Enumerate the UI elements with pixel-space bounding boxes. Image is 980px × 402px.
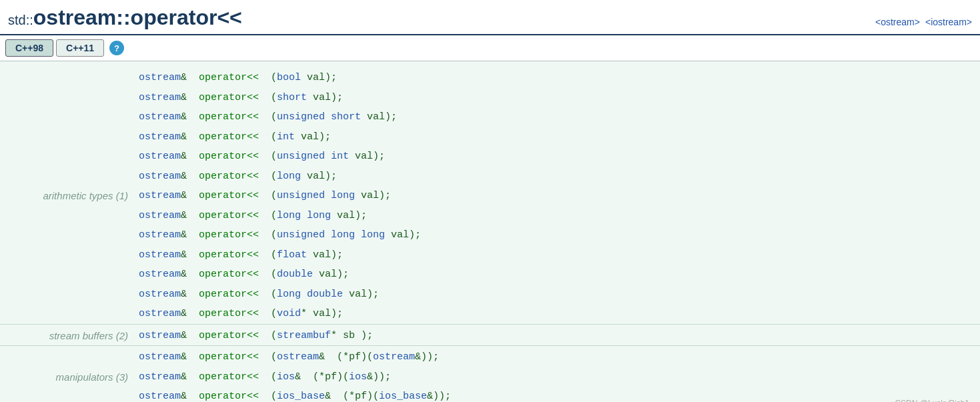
code-cell: ostream& operator<< (unsigned long long …: [133, 225, 980, 245]
header-links: <ostream> <iostream>: [875, 17, 972, 30]
code-cell: ostream& operator<< (long val);: [133, 167, 980, 187]
code-cell: ostream& operator<< (short val);: [133, 88, 980, 108]
code-cell: ostream& operator<< (double val);: [133, 265, 980, 285]
title-main: ostream::operator<<: [33, 5, 242, 29]
page-title: std::ostream::operator<<: [8, 5, 242, 30]
ostream-link[interactable]: <ostream>: [875, 17, 920, 27]
row-label: [0, 285, 133, 305]
code-cell: ostream& operator<< (void* val);: [133, 304, 980, 324]
row-label: [0, 346, 133, 367]
table-row: stream buffers (2) ostream& operator<< (…: [0, 324, 980, 346]
table-row: ostream& operator<< (long double val);: [0, 285, 980, 305]
code-table: ostream& operator<< (bool val); ostream&…: [0, 68, 980, 402]
table-row: ostream& operator<< (ios_base& (*pf)(ios…: [0, 387, 980, 402]
code-cell: ostream& operator<< (unsigned long val);: [133, 186, 980, 206]
row-label: [0, 68, 133, 88]
code-cell: ostream& operator<< (streambuf* sb );: [133, 324, 980, 346]
table-row: ostream& operator<< (float val);: [0, 245, 980, 265]
row-label: [0, 167, 133, 187]
row-label: [0, 147, 133, 167]
table-row: ostream& operator<< (unsigned long long …: [0, 225, 980, 245]
table-row: ostream& operator<< (double val);: [0, 265, 980, 285]
table-row: manipulators (3) ostream& operator<< (io…: [0, 367, 980, 387]
row-label: [0, 265, 133, 285]
code-cell: ostream& operator<< (long double val);: [133, 285, 980, 305]
code-cell: ostream& operator<< (ostream& (*pf)(ostr…: [133, 346, 980, 367]
row-label: [0, 225, 133, 245]
table-row: arithmetic types (1) ostream& operator<<…: [0, 186, 980, 206]
page-wrapper: std::ostream::operator<< <ostream> <iost…: [0, 0, 980, 402]
table-row: ostream& operator<< (unsigned int val);: [0, 147, 980, 167]
main-content: ostream& operator<< (bool val); ostream&…: [0, 61, 980, 402]
section-label-manipulators: manipulators (3): [0, 367, 133, 387]
row-label: [0, 107, 133, 127]
table-row: ostream& operator<< (ostream& (*pf)(ostr…: [0, 346, 980, 367]
table-row: ostream& operator<< (short val);: [0, 88, 980, 108]
title-prefix: std::: [8, 13, 33, 27]
table-row: ostream& operator<< (long val);: [0, 167, 980, 187]
code-cell: ostream& operator<< (bool val);: [133, 68, 980, 88]
code-cell: ostream& operator<< (float val);: [133, 245, 980, 265]
row-label: [0, 387, 133, 402]
section-label-arithmetic: arithmetic types (1): [0, 186, 133, 206]
tab-cpp98[interactable]: C++98: [5, 39, 53, 57]
row-label: [0, 304, 133, 324]
code-cell: ostream& operator<< (unsigned int val);: [133, 147, 980, 167]
section-label-streambuf: stream buffers (2): [0, 324, 133, 346]
row-label: [0, 88, 133, 108]
table-row: ostream& operator<< (unsigned short val)…: [0, 107, 980, 127]
tabs-bar: C++98 C++11 ?: [0, 35, 980, 61]
code-cell: ostream& operator<< (long long val);: [133, 206, 980, 226]
table-row: ostream& operator<< (long long val);: [0, 206, 980, 226]
table-row: ostream& operator<< (void* val);: [0, 304, 980, 324]
row-label: [0, 127, 133, 147]
code-cell: ostream& operator<< (ios& (*pf)(ios&));: [133, 367, 980, 387]
iostream-link[interactable]: <iostream>: [925, 17, 972, 27]
row-label: [0, 245, 133, 265]
code-cell: ostream& operator<< (ios_base& (*pf)(ios…: [133, 387, 980, 402]
help-icon[interactable]: ?: [109, 41, 124, 55]
header: std::ostream::operator<< <ostream> <iost…: [0, 0, 980, 35]
table-row: ostream& operator<< (bool val);: [0, 68, 980, 88]
code-cell: ostream& operator<< (int val);: [133, 127, 980, 147]
tab-cpp11[interactable]: C++11: [56, 39, 104, 57]
row-label: [0, 206, 133, 226]
table-row: ostream& operator<< (int val);: [0, 127, 980, 147]
code-cell: ostream& operator<< (unsigned short val)…: [133, 107, 980, 127]
watermark: CSDN @LuckyRich1: [895, 399, 969, 403]
